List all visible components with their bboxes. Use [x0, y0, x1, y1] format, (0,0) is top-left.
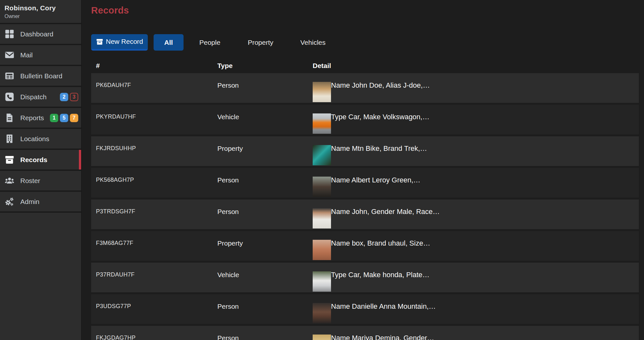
sidebar-item-label: Bulletin Board	[20, 72, 62, 80]
record-photo	[313, 82, 331, 102]
table-row[interactable]: PKYRDAU7HF Vehicle Type Car, Make Volksw…	[91, 105, 639, 134]
record-id: FKJGDAG7HP	[96, 334, 217, 340]
record-id: PK6DAUH7F	[96, 82, 217, 89]
table-row[interactable]: P3UDSG77P Person Name Danielle Anna Moun…	[91, 294, 639, 324]
record-photo	[313, 271, 331, 292]
record-detail: Name Danielle Anna Mountain,…	[313, 303, 436, 323]
table-row[interactable]: PK568AGH7P Person Name Albert Leroy Gree…	[91, 168, 639, 198]
record-type: Person	[217, 208, 313, 216]
record-type: Property	[217, 145, 313, 152]
dashboard-grid-icon	[5, 29, 14, 39]
sidebar-item-label: Mail	[20, 51, 33, 59]
record-id: F3M68AG77F	[96, 239, 217, 247]
dispatch-phone-icon	[5, 92, 14, 102]
table-row[interactable]: P37RDAUH7F Vehicle Type Car, Make honda,…	[91, 263, 639, 292]
new-record-button[interactable]: New Record	[91, 34, 148, 51]
user-block[interactable]: Robinson, Cory Owner	[0, 0, 81, 24]
record-detail: Type Car, Make Volkswagon,…	[313, 113, 430, 134]
sidebar-item-records[interactable]: Records	[0, 150, 81, 171]
reports-document-icon	[5, 113, 14, 123]
sidebar-item-reports[interactable]: Reports 1 5 7	[0, 108, 81, 129]
mail-icon	[5, 50, 14, 60]
record-id: P37RDAUH7F	[96, 271, 217, 278]
record-photo	[313, 177, 331, 197]
record-id: P3UDSG77P	[96, 303, 217, 310]
record-detail: Name box, Brand uhaul, Size…	[313, 239, 430, 260]
record-detail-text: Name box, Brand uhaul, Size…	[331, 239, 430, 247]
record-detail: Type Car, Make honda, Plate…	[313, 271, 430, 292]
record-photo	[313, 113, 331, 134]
table-row[interactable]: FKJRDSUHHP Property Name Mtn Bike, Brand…	[91, 136, 639, 166]
reports-badges: 1 5 7	[50, 114, 78, 122]
record-photo	[313, 335, 331, 340]
table-row[interactable]: FKJGDAG7HP Person Name Mariya Demina, Ge…	[91, 326, 639, 340]
filter-tab-people[interactable]: People	[199, 39, 220, 46]
sidebar-item-label: Roster	[20, 177, 40, 185]
record-detail: Name Albert Leroy Green,…	[313, 176, 421, 197]
filter-tab-vehicles[interactable]: Vehicles	[300, 39, 326, 46]
toolbar: New Record All People Property Vehicles	[91, 34, 644, 51]
user-name: Robinson, Cory	[5, 4, 81, 12]
record-photo	[313, 240, 331, 260]
record-type: Person	[217, 176, 313, 184]
record-detail-text: Name Mariya Demina, Gender…	[331, 334, 434, 340]
record-detail-text: Name Mtn Bike, Brand Trek,…	[331, 145, 427, 152]
sidebar-item-dashboard[interactable]: Dashboard	[0, 24, 81, 45]
record-id: PKYRDAU7HF	[96, 113, 217, 120]
sidebar-item-label: Records	[20, 156, 47, 164]
record-detail: Name Mariya Demina, Gender…	[313, 334, 434, 340]
record-detail-text: Name John Doe, Alias J-doe,…	[331, 82, 430, 89]
record-detail: Name Mtn Bike, Brand Trek,…	[313, 145, 427, 165]
record-detail-text: Name John, Gender Male, Race…	[331, 208, 440, 216]
header-type: Type	[217, 62, 313, 70]
record-detail: Name John, Gender Male, Race…	[313, 208, 440, 228]
record-photo	[313, 145, 331, 165]
sidebar-item-bulletin-board[interactable]: Bulletin Board	[0, 66, 81, 87]
main-content: Records New Record All People Property V…	[82, 0, 644, 340]
reports-badge-green: 1	[50, 114, 58, 122]
records-archive-icon	[5, 155, 14, 165]
new-record-label: New Record	[106, 38, 143, 45]
sidebar-item-label: Admin	[20, 198, 40, 206]
filter-tab-all[interactable]: All	[154, 34, 184, 51]
reports-badge-blue: 5	[60, 114, 68, 122]
records-list: PK6DAUH7F Person Name John Doe, Alias J-…	[91, 73, 644, 340]
record-detail-text: Type Car, Make honda, Plate…	[331, 271, 430, 279]
record-detail-text: Name Albert Leroy Green,…	[331, 176, 421, 184]
bulletin-board-icon	[5, 71, 14, 81]
dispatch-badge-red: 3	[70, 93, 78, 101]
admin-gears-icon	[5, 197, 14, 207]
record-detail-text: Name Danielle Anna Mountain,…	[331, 303, 436, 310]
record-detail: Name John Doe, Alias J-doe,…	[313, 82, 430, 102]
page-title: Records	[91, 5, 644, 16]
record-photo	[313, 208, 331, 228]
record-type: Person	[217, 334, 313, 340]
dispatch-badges: 2 3	[60, 93, 78, 101]
table-header: # Type Detail	[91, 58, 644, 73]
sidebar-item-roster[interactable]: Roster	[0, 171, 81, 192]
sidebar-item-mail[interactable]: Mail	[0, 45, 81, 66]
record-id: PK568AGH7P	[96, 176, 217, 183]
table-row[interactable]: F3M68AG77F Property Name box, Brand uhau…	[91, 231, 639, 261]
sidebar-item-dispatch[interactable]: Dispatch 2 3	[0, 87, 81, 108]
filter-tab-property[interactable]: Property	[248, 39, 273, 46]
active-indicator-bar	[79, 150, 81, 170]
sidebar-item-locations[interactable]: Locations	[0, 129, 81, 150]
record-type: Vehicle	[217, 113, 313, 121]
new-record-archive-icon	[96, 38, 103, 45]
header-id: #	[96, 62, 217, 70]
sidebar-item-admin[interactable]: Admin	[0, 192, 81, 213]
reports-badge-orange: 7	[70, 114, 78, 122]
table-row[interactable]: PK6DAUH7F Person Name John Doe, Alias J-…	[91, 73, 639, 103]
record-id: FKJRDSUHHP	[96, 145, 217, 152]
header-detail: Detail	[313, 62, 331, 70]
record-type: Vehicle	[217, 271, 313, 279]
table-row[interactable]: P3TRDSGH7F Person Name John, Gender Male…	[91, 199, 639, 229]
roster-people-icon	[5, 176, 14, 186]
sidebar: Robinson, Cory Owner Dashboard Mail Bull…	[0, 0, 82, 340]
user-role: Owner	[5, 14, 81, 19]
record-id: P3TRDSGH7F	[96, 208, 217, 215]
record-detail-text: Type Car, Make Volkswagon,…	[331, 113, 430, 121]
locations-building-icon	[5, 134, 14, 144]
sidebar-item-label: Dashboard	[20, 30, 53, 38]
